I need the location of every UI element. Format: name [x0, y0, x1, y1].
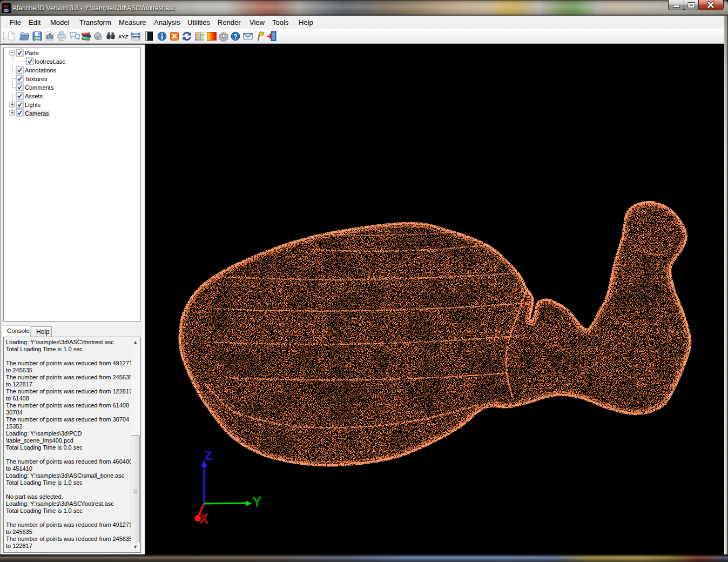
svg-text:Y: Y — [253, 495, 261, 509]
svg-text:?: ? — [233, 33, 237, 41]
svg-text:X: X — [200, 512, 208, 526]
svg-text:Z: Z — [205, 449, 212, 462]
svg-text:3D: 3D — [4, 9, 9, 12]
svg-text:XYZ: XYZ — [118, 34, 129, 39]
